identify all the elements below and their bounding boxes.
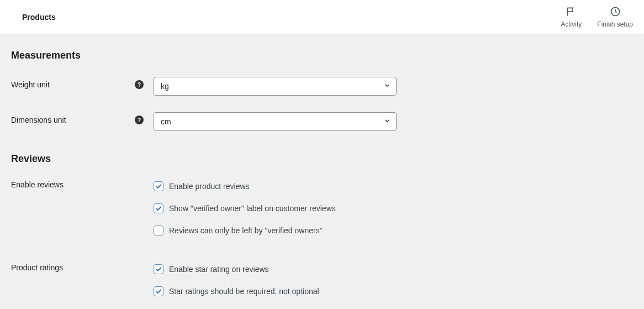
- product-ratings-label: Product ratings: [11, 263, 154, 272]
- checkbox-label: Enable star rating on reviews: [169, 265, 269, 274]
- weight-unit-select[interactable]: kg: [154, 77, 397, 96]
- flag-icon: [566, 6, 577, 19]
- help-icon[interactable]: ?: [135, 80, 144, 89]
- dimensions-unit-select[interactable]: cm: [154, 112, 397, 131]
- checkbox-row: Show "verified owner" label on customer …: [154, 203, 336, 213]
- topbar-actions: Activity Finish setup: [561, 6, 633, 28]
- product-ratings-row: Product ratings Enable star rating on re…: [11, 263, 633, 296]
- dimensions-unit-label: Dimensions unit: [11, 116, 135, 124]
- enable-product-reviews-checkbox[interactable]: [154, 181, 163, 191]
- checkbox-label: Reviews can only be left by "verified ow…: [169, 226, 323, 235]
- measurements-heading: Measurements: [11, 50, 633, 61]
- checkbox-label: Star ratings should be required, not opt…: [169, 287, 319, 296]
- dimensions-unit-row: Dimensions unit ? cm: [11, 112, 633, 131]
- reviews-heading: Reviews: [11, 153, 633, 165]
- checkbox-row: Reviews can only be left by "verified ow…: [154, 226, 336, 235]
- help-icon[interactable]: ?: [135, 116, 144, 124]
- verified-owners-only-checkbox[interactable]: [154, 226, 163, 235]
- checkbox-label: Show "verified owner" label on customer …: [169, 204, 336, 213]
- enable-reviews-options: Enable product reviews Show "verified ow…: [154, 180, 336, 235]
- enable-reviews-row: Enable reviews Enable product reviews Sh…: [11, 180, 633, 235]
- activity-button[interactable]: Activity: [561, 6, 582, 28]
- weight-unit-label: Weight unit: [11, 80, 135, 89]
- weight-unit-row: Weight unit ? kg: [11, 77, 633, 96]
- page-title: Products: [22, 13, 56, 22]
- checkbox-row: Star ratings should be required, not opt…: [154, 286, 319, 296]
- clock-icon: [610, 6, 621, 19]
- checkbox-row: Enable product reviews: [154, 181, 336, 191]
- enable-reviews-label: Enable reviews: [11, 180, 154, 189]
- verified-owner-label-checkbox[interactable]: [154, 203, 163, 213]
- top-bar: Products Activity Finish setup: [0, 0, 644, 34]
- enable-star-rating-checkbox[interactable]: [154, 264, 163, 274]
- product-ratings-options: Enable star rating on reviews Star ratin…: [154, 263, 319, 296]
- finish-setup-label: Finish setup: [597, 20, 633, 28]
- activity-label: Activity: [561, 20, 582, 28]
- checkbox-label: Enable product reviews: [169, 182, 250, 191]
- finish-setup-button[interactable]: Finish setup: [597, 6, 633, 28]
- settings-content: Measurements Weight unit ? kg Dimensions…: [0, 34, 644, 309]
- checkbox-row: Enable star rating on reviews: [154, 264, 319, 274]
- star-rating-required-checkbox[interactable]: [154, 286, 163, 296]
